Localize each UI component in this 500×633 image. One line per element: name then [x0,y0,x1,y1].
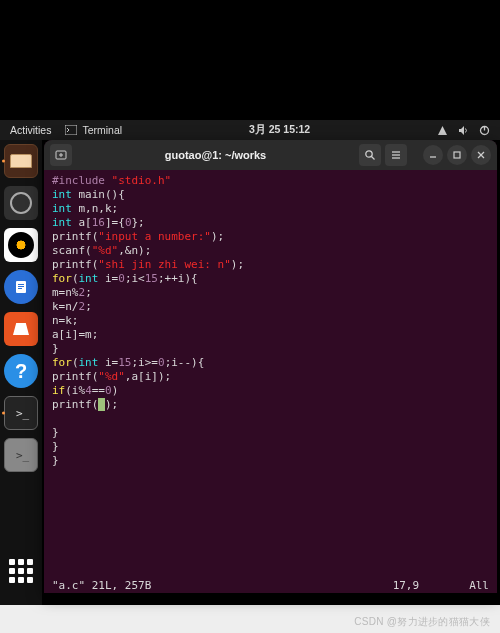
svg-rect-0 [65,125,77,135]
vim-mode: All [469,579,489,593]
system-tray[interactable] [437,125,490,136]
files-launcher[interactable] [4,144,38,178]
svg-rect-4 [18,284,24,285]
new-tab-button[interactable] [50,144,72,166]
svg-point-10 [366,151,372,157]
activities-button[interactable]: Activities [10,124,51,136]
minimize-icon [428,150,438,160]
show-applications-button[interactable] [7,557,35,585]
minimize-button[interactable] [423,145,443,165]
terminal-launcher-dark[interactable] [4,396,38,430]
close-icon [476,150,486,160]
terminal-headerbar: guotao@1: ~/works [44,140,497,170]
vim-file-name: "a.c" [52,579,85,593]
app-menu-label: Terminal [82,124,122,136]
dock: ? [0,140,42,605]
window-title: guotao@1: ~/works [76,149,355,161]
volume-icon [458,125,469,136]
text-cursor [98,398,105,411]
hamburger-icon [390,149,402,161]
app-menu[interactable]: Terminal [65,124,122,136]
rhythmbox-launcher[interactable] [4,228,38,262]
svg-rect-5 [18,286,24,287]
help-launcher[interactable]: ? [4,354,38,388]
libreoffice-writer-launcher[interactable] [4,270,38,304]
search-icon [364,149,376,161]
watermark: CSDN @努力进步的猫猫大侠 [354,615,490,629]
svg-rect-16 [454,152,460,158]
terminal-icon [65,125,77,135]
vim-status-line: "a.c" 21L, 257B 17,9 All [44,579,497,593]
vim-row-col: 17,9 [393,579,420,593]
maximize-icon [452,150,462,160]
system-monitor-launcher[interactable] [4,186,38,220]
menu-button[interactable] [385,144,407,166]
terminal-launcher-light[interactable] [4,438,38,472]
maximize-button[interactable] [447,145,467,165]
svg-line-11 [372,157,375,160]
clock[interactable]: 3月 25 15:12 [122,123,437,137]
search-button[interactable] [359,144,381,166]
svg-rect-6 [18,288,22,289]
gnome-top-bar: Activities Terminal 3月 25 15:12 [0,120,500,140]
software-launcher[interactable] [4,312,38,346]
close-button[interactable] [471,145,491,165]
network-icon [437,125,448,136]
vim-file-meta: 21L, 257B [92,579,152,593]
terminal-viewport[interactable]: #include "stdio.h" int main(){ int m,n,k… [44,170,497,579]
power-icon [479,125,490,136]
terminal-window: guotao@1: ~/works #include "stdio.h" int… [44,140,497,593]
